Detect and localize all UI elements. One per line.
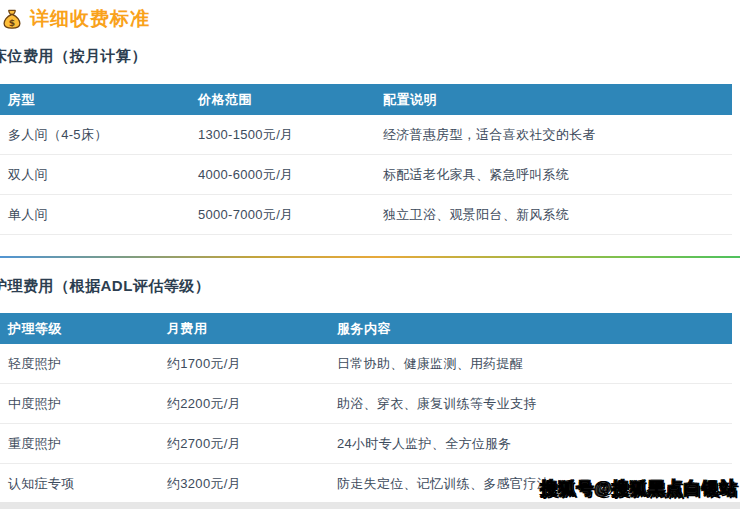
section-heading-care-fees: 护理费用（根据ADL评估等级） (0, 278, 740, 294)
col-header-services: 服务内容 (321, 313, 732, 344)
bottom-strip (0, 502, 740, 509)
page-title-row: $ 详细收费标准 (0, 0, 740, 31)
bed-fees-table: 房型 价格范围 配置说明 多人间（4-5床） 1300-1500元/月 经济普惠… (0, 84, 732, 235)
cell-services: 助浴、穿衣、康复训练等专业支持 (321, 384, 732, 424)
col-header-price-range: 价格范围 (182, 84, 367, 115)
table-row: 重度照护 约2700元/月 24小时专人监护、全方位服务 (0, 424, 732, 464)
section-heading-bed-fees: 床位费用（按月计算） (0, 48, 740, 64)
col-header-care-level: 护理等级 (0, 313, 151, 344)
care-fees-table: 护理等级 月费用 服务内容 轻度照护 约1700元/月 日常协助、健康监测、用药… (0, 313, 732, 504)
cell-care-level: 中度照护 (0, 384, 151, 424)
cell-care-level: 轻度照护 (0, 344, 151, 384)
table-row: 多人间（4-5床） 1300-1500元/月 经济普惠房型，适合喜欢社交的长者 (0, 115, 732, 155)
gradient-divider (0, 256, 740, 258)
svg-text:$: $ (9, 17, 15, 28)
money-bag-icon: $ (1, 8, 23, 30)
col-header-config: 配置说明 (367, 84, 732, 115)
table-row: 双人间 4000-6000元/月 标配适老化家具、紧急呼叫系统 (0, 155, 732, 195)
cell-config: 经济普惠房型，适合喜欢社交的长者 (367, 115, 732, 155)
cell-fee: 约1700元/月 (151, 344, 321, 384)
col-header-room-type: 房型 (0, 84, 182, 115)
table-row: 单人间 5000-7000元/月 独立卫浴、观景阳台、新风系统 (0, 195, 732, 235)
cell-fee: 约3200元/月 (151, 464, 321, 504)
watermark: 搜狐号@搜狐黑点白银站 (540, 477, 738, 500)
cell-config: 独立卫浴、观景阳台、新风系统 (367, 195, 732, 235)
col-header-monthly-fee: 月费用 (151, 313, 321, 344)
cell-room-type: 双人间 (0, 155, 182, 195)
cell-room-type: 多人间（4-5床） (0, 115, 182, 155)
cell-services: 日常协助、健康监测、用药提醒 (321, 344, 732, 384)
cell-fee: 约2700元/月 (151, 424, 321, 464)
cell-care-level: 重度照护 (0, 424, 151, 464)
content-column: 床位费用（按月计算） 房型 价格范围 配置说明 多人间（4-5床） 1300-1… (0, 48, 740, 504)
cell-price: 5000-7000元/月 (182, 195, 367, 235)
cell-care-level: 认知症专项 (0, 464, 151, 504)
table-header-row: 护理等级 月费用 服务内容 (0, 313, 732, 344)
table-header-row: 房型 价格范围 配置说明 (0, 84, 732, 115)
cell-price: 4000-6000元/月 (182, 155, 367, 195)
table-row: 中度照护 约2200元/月 助浴、穿衣、康复训练等专业支持 (0, 384, 732, 424)
table-row: 轻度照护 约1700元/月 日常协助、健康监测、用药提醒 (0, 344, 732, 384)
cell-config: 标配适老化家具、紧急呼叫系统 (367, 155, 732, 195)
cell-services: 24小时专人监护、全方位服务 (321, 424, 732, 464)
cell-room-type: 单人间 (0, 195, 182, 235)
page-title: 详细收费标准 (30, 6, 150, 32)
cell-price: 1300-1500元/月 (182, 115, 367, 155)
cell-fee: 约2200元/月 (151, 384, 321, 424)
